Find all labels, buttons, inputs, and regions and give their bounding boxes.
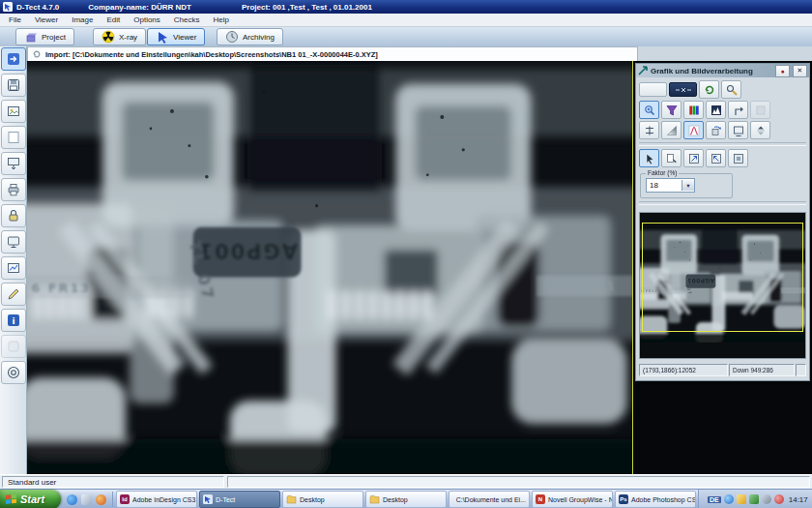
tab-project[interactable]: Project <box>15 28 74 45</box>
app-title: D-Tect 4.7.0 <box>16 3 59 12</box>
save-button[interactable] <box>1 74 26 97</box>
disabled-box-icon <box>754 104 768 117</box>
image-card-icon <box>6 104 21 119</box>
filter-button[interactable] <box>661 101 682 119</box>
color-channels-button[interactable] <box>683 101 704 119</box>
tab-viewer[interactable]: Viewer <box>147 28 205 45</box>
tray-icon[interactable] <box>762 494 771 504</box>
menu-file[interactable]: File <box>2 15 28 24</box>
tab-xray[interactable]: X-ray <box>93 28 146 45</box>
import-button[interactable] <box>1 47 26 71</box>
taskbar-button-desktop-2[interactable]: Desktop <box>365 491 447 508</box>
folder-icon <box>452 494 453 504</box>
image-card-button[interactable] <box>1 100 26 123</box>
status-spare <box>227 476 810 488</box>
menu-options[interactable]: Options <box>127 15 167 24</box>
taskbar-button-dtect[interactable]: D-Tect <box>199 491 280 508</box>
archive-clock-icon <box>225 30 239 44</box>
radiation-icon <box>102 30 115 44</box>
gradient-button[interactable] <box>661 121 682 139</box>
taskbar-label: Desktop <box>300 496 325 503</box>
language-indicator[interactable]: DE <box>708 496 721 503</box>
tray-icon[interactable] <box>749 494 759 504</box>
graphics-panel-titlebar[interactable]: Grafik und Bildverarbeitung ● ✕ <box>636 64 809 77</box>
taskbar-button-indesign[interactable]: Id Adobe InDesign CS3 <box>116 491 197 508</box>
target-icon <box>6 365 21 380</box>
browser-icon[interactable] <box>67 494 77 505</box>
mode-blank-button[interactable] <box>639 82 667 97</box>
tab-archiving-label: Archiving <box>243 33 275 42</box>
fit-width-button[interactable] <box>706 149 726 167</box>
target-button[interactable] <box>1 361 26 384</box>
pointer-tool-button[interactable] <box>639 149 659 167</box>
lut-curve-button[interactable] <box>683 121 704 139</box>
tray-icon[interactable] <box>774 494 784 504</box>
tray-icon[interactable] <box>737 494 746 504</box>
refresh-button[interactable] <box>699 80 719 99</box>
import-icon <box>6 51 21 67</box>
clock: 14:17 <box>789 495 808 504</box>
send-to-monitor-button[interactable] <box>728 121 748 139</box>
taskbar-button-desktop-1[interactable]: Desktop <box>282 491 363 508</box>
taskbar-button-photoshop[interactable]: Ps Adobe Photoshop CS... <box>615 491 696 508</box>
zoom-factor-select[interactable]: 18 ▼ <box>646 178 695 193</box>
start-label: Start <box>20 493 44 505</box>
system-tray: DE 14:17 <box>698 490 812 508</box>
image-processing-button[interactable] <box>1 256 26 280</box>
zoom-factor-group: Faktor (%) 18 ▼ <box>640 173 733 198</box>
info-button[interactable]: i <box>1 309 26 332</box>
flip-button[interactable] <box>750 121 770 139</box>
menu-help[interactable]: Help <box>207 15 236 24</box>
tab-archiving[interactable]: Archiving <box>217 28 283 45</box>
xray-mode-icon <box>674 86 693 94</box>
print-button[interactable] <box>1 178 26 201</box>
dropdown-arrow-icon[interactable]: ▼ <box>682 180 694 191</box>
taskbar-button-groupwise[interactable]: N Novell GroupWise - N... <box>532 491 613 508</box>
thumbnail-navigator[interactable] <box>639 212 806 359</box>
photoshop-icon: Ps <box>619 494 628 504</box>
original-size-button[interactable] <box>728 149 748 167</box>
flip-vertical-icon <box>754 124 768 137</box>
menu-image[interactable]: Image <box>65 15 100 24</box>
show-desktop-icon[interactable] <box>81 494 92 505</box>
tab-viewer-label: Viewer <box>173 33 196 42</box>
menu-checks[interactable]: Checks <box>167 15 207 24</box>
panel-separator-2 <box>639 201 806 205</box>
app-launcher-icon[interactable] <box>96 494 106 505</box>
zoom-in-button[interactable] <box>639 101 659 119</box>
start-button[interactable]: Start <box>0 490 61 508</box>
menu-edit[interactable]: Edit <box>100 15 127 24</box>
panel-icon <box>638 66 648 75</box>
view-region-rectangle[interactable] <box>642 223 803 332</box>
fit-window-button[interactable] <box>683 149 704 167</box>
blank-page-icon <box>6 130 21 145</box>
monitor-icon <box>6 234 21 250</box>
histogram-button[interactable] <box>706 101 726 119</box>
reset-button[interactable] <box>728 101 748 119</box>
company-name: Company-name: DÜRR NDT <box>88 3 191 12</box>
rotate-button[interactable] <box>706 121 726 139</box>
mode-xray-button[interactable] <box>669 82 697 97</box>
taskbar-button-dokumente[interactable]: C:\Dokumente und Ei... <box>449 491 530 508</box>
menu-viewer[interactable]: Viewer <box>28 15 65 24</box>
import-path-bar: Import: [C:\Dokumente und Einstellungen\… <box>27 46 638 62</box>
lock-image-button[interactable] <box>1 204 26 227</box>
panel-pin-button[interactable]: ● <box>775 65 790 77</box>
tray-icon[interactable] <box>724 494 734 504</box>
zoom-plus-icon <box>643 104 656 117</box>
quick-launch-bar <box>61 492 113 507</box>
measure-button[interactable] <box>639 121 659 139</box>
monitor-button[interactable] <box>1 230 26 254</box>
signature-button[interactable] <box>1 283 26 306</box>
page-pointer-button[interactable] <box>661 149 682 167</box>
blank-page-button[interactable] <box>1 126 26 149</box>
taskbar-label: D-Tect <box>216 496 235 503</box>
panel-close-button[interactable]: ✕ <box>793 65 807 77</box>
send-image-icon <box>6 156 21 171</box>
rgb-bars-icon <box>687 104 701 117</box>
cursor-coordinates: (1793,1866):12052 <box>639 364 728 376</box>
selection-line <box>632 61 633 474</box>
send-image-button[interactable] <box>1 152 26 175</box>
zoom-factor-value: 18 <box>650 181 658 190</box>
grab-button[interactable] <box>721 80 741 99</box>
